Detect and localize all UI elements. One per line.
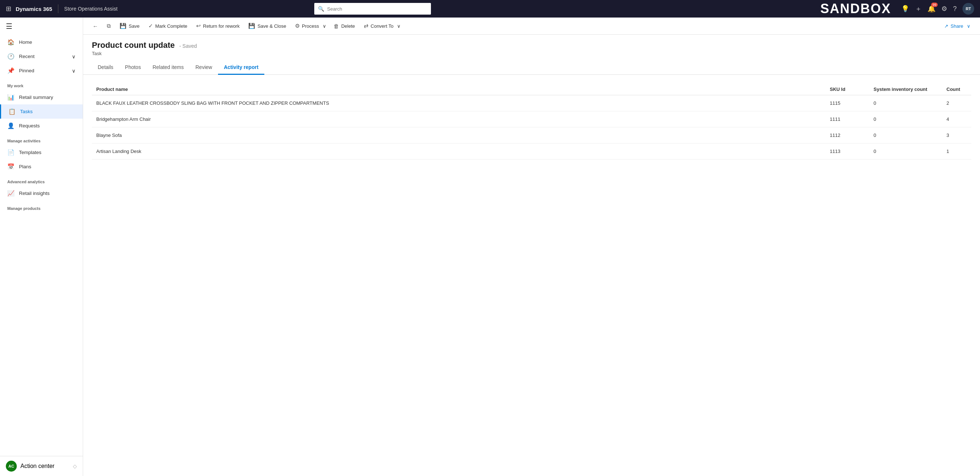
- page-header: Product count update - Saved Task: [83, 35, 980, 56]
- share-button[interactable]: ↗ Share ∨: [940, 21, 974, 31]
- return-rework-button[interactable]: ↩ Return for rework: [192, 21, 243, 31]
- col-sku-id: SKU Id: [826, 84, 869, 95]
- cell-system-inventory: 0: [869, 144, 942, 160]
- tab-photos[interactable]: Photos: [119, 61, 147, 75]
- brand-label: Dynamics 365: [16, 6, 52, 12]
- sidebar-home-label: Home: [19, 40, 32, 45]
- grid-icon[interactable]: ⊞: [6, 5, 11, 13]
- content-area: ← ⧉ 💾 Save ✓ Mark Complete ↩ Return for …: [83, 18, 980, 476]
- mark-complete-button[interactable]: ✓ Mark Complete: [145, 21, 191, 31]
- notifications-icon[interactable]: 🔔 99: [928, 5, 935, 13]
- section-manage-products: Manage products: [0, 200, 83, 213]
- chevron-down-icon-pinned: ∨: [72, 68, 75, 74]
- cell-product-name: Blayne Sofa: [92, 128, 826, 144]
- table-header-row: Product name SKU Id System inventory cou…: [92, 84, 971, 95]
- pin-icon: 📌: [7, 67, 14, 74]
- sidebar-toggle[interactable]: ☰: [0, 18, 83, 35]
- sidebar-retail-insights-label: Retail insights: [19, 190, 49, 196]
- sandbox-label: SANDBOX: [820, 1, 891, 16]
- table-row: Artisan Landing Desk 1113 0 1: [92, 144, 971, 160]
- sidebar-item-retail-insights[interactable]: 📈 Retail insights: [0, 186, 83, 200]
- sidebar-item-home[interactable]: 🏠 Home: [0, 35, 83, 49]
- section-manage-activities: Manage activities: [0, 133, 83, 145]
- popout-icon: ⧉: [107, 22, 111, 29]
- save-label: Save: [129, 23, 140, 29]
- tab-details[interactable]: Details: [92, 61, 119, 75]
- cell-count: 2: [942, 95, 971, 111]
- sidebar-item-tasks[interactable]: 📋 Tasks: [0, 104, 83, 119]
- user-avatar[interactable]: RT: [963, 3, 974, 14]
- process-button[interactable]: ⚙ Process ∨: [291, 21, 328, 31]
- add-icon[interactable]: ＋: [915, 5, 922, 13]
- cell-count: 3: [942, 128, 971, 144]
- tab-review[interactable]: Review: [189, 61, 218, 75]
- settings-icon[interactable]: ⚙: [941, 5, 947, 13]
- convert-to-label: Convert To: [371, 23, 394, 29]
- sidebar-templates-label: Templates: [19, 150, 41, 155]
- sidebar-item-pinned[interactable]: 📌 Pinned ∨: [0, 64, 83, 78]
- table-row: BLACK FAUX LEATHER CROSSBODY SLING BAG W…: [92, 95, 971, 111]
- cell-count: 1: [942, 144, 971, 160]
- save-close-label: Save & Close: [258, 23, 286, 29]
- sidebar-retail-summary-label: Retail summary: [19, 94, 53, 100]
- cell-product-name: Bridgehampton Arm Chair: [92, 111, 826, 128]
- toolbar: ← ⧉ 💾 Save ✓ Mark Complete ↩ Return for …: [83, 18, 980, 35]
- return-rework-label: Return for rework: [203, 23, 240, 29]
- sidebar-nav: 🏠 Home 🕐 Recent ∨ 📌 Pinned ∨: [0, 35, 83, 456]
- back-icon: ←: [92, 23, 98, 29]
- sidebar-item-action-center[interactable]: AC Action center ◇: [0, 456, 83, 476]
- return-icon: ↩: [196, 22, 201, 29]
- notification-badge: 99: [931, 3, 938, 7]
- sidebar-item-plans[interactable]: 📅 Plans: [0, 160, 83, 174]
- process-label: Process: [302, 23, 319, 29]
- help-icon[interactable]: ?: [953, 5, 957, 13]
- page-saved-status: - Saved: [180, 43, 197, 49]
- popout-button[interactable]: ⧉: [103, 21, 115, 31]
- convert-icon: ⇄: [364, 22, 369, 29]
- cell-system-inventory: 0: [869, 128, 942, 144]
- section-advanced-analytics: Advanced analytics: [0, 174, 83, 186]
- activity-report-table: Product name SKU Id System inventory cou…: [92, 84, 971, 160]
- retail-summary-icon: 📊: [7, 94, 14, 101]
- cell-sku-id: 1115: [826, 95, 869, 111]
- check-icon: ✓: [148, 22, 153, 29]
- cell-sku-id: 1111: [826, 111, 869, 128]
- tab-related-items[interactable]: Related items: [146, 61, 189, 75]
- sidebar-pinned-label: Pinned: [19, 68, 34, 73]
- sidebar-item-retail-summary[interactable]: 📊 Retail summary: [0, 90, 83, 104]
- sidebar-requests-label: Requests: [19, 123, 40, 128]
- action-center-avatar: AC: [6, 461, 17, 471]
- share-label: Share: [950, 23, 963, 29]
- plans-icon: 📅: [7, 163, 14, 170]
- tabs: Details Photos Related items Review Acti…: [83, 61, 980, 75]
- sidebar-recent-label: Recent: [19, 54, 35, 59]
- table-row: Bridgehampton Arm Chair 1111 0 4: [92, 111, 971, 128]
- mark-complete-label: Mark Complete: [155, 23, 188, 29]
- page-title: Product count update: [92, 40, 175, 50]
- col-product-name: Product name: [92, 84, 826, 95]
- topbar: ⊞ Dynamics 365 Store Operations Assist 🔍…: [0, 0, 980, 18]
- convert-to-button[interactable]: ⇄ Convert To ∨: [360, 21, 403, 31]
- appname-label: Store Operations Assist: [64, 6, 118, 12]
- share-icon: ↗: [944, 23, 948, 29]
- lightbulb-icon[interactable]: 💡: [901, 5, 909, 13]
- page-type: Task: [92, 51, 971, 56]
- sidebar-item-requests[interactable]: 👤 Requests: [0, 119, 83, 133]
- sidebar-item-recent[interactable]: 🕐 Recent ∨: [0, 49, 83, 64]
- col-system-inventory: System inventory count: [869, 84, 942, 95]
- cell-system-inventory: 0: [869, 111, 942, 128]
- search-input[interactable]: [327, 6, 427, 12]
- search-bar[interactable]: 🔍: [314, 3, 431, 14]
- cell-product-name: Artisan Landing Desk: [92, 144, 826, 160]
- search-icon: 🔍: [318, 6, 324, 12]
- sidebar-tasks-label: Tasks: [20, 109, 33, 114]
- save-button[interactable]: 💾 Save: [116, 21, 143, 31]
- requests-icon: 👤: [7, 122, 14, 129]
- cell-sku-id: 1113: [826, 144, 869, 160]
- sidebar-item-templates[interactable]: 📄 Templates: [0, 145, 83, 160]
- delete-button[interactable]: 🗑 Delete: [330, 21, 359, 31]
- back-button[interactable]: ←: [89, 21, 102, 31]
- tab-activity-report[interactable]: Activity report: [218, 61, 264, 75]
- save-close-button[interactable]: 💾 Save & Close: [245, 21, 290, 31]
- cell-sku-id: 1112: [826, 128, 869, 144]
